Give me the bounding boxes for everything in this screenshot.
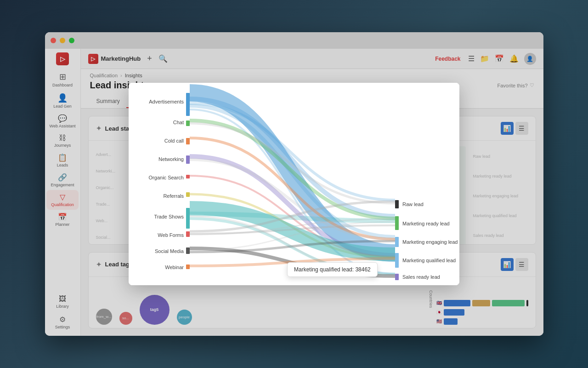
svg-text:Cold call: Cold call xyxy=(164,138,184,144)
svg-rect-22 xyxy=(395,216,399,230)
svg-rect-14 xyxy=(186,155,190,164)
tooltip-text: Marketing qualified lead: 38462 xyxy=(294,266,371,273)
svg-rect-15 xyxy=(186,175,190,178)
svg-text:Sales ready lead: Sales ready lead xyxy=(402,274,440,280)
svg-text:Marketing qualified lead: Marketing qualified lead xyxy=(402,258,456,263)
svg-text:Web Forms: Web Forms xyxy=(158,232,184,238)
svg-text:Referrals: Referrals xyxy=(163,193,184,199)
svg-rect-12 xyxy=(186,121,190,126)
modal-overlay[interactable]: Advertisements Chat Cold call Networking… xyxy=(45,32,543,336)
svg-rect-11 xyxy=(186,93,190,116)
svg-text:Social Media: Social Media xyxy=(155,248,184,254)
sankey-tooltip: Marketing qualified lead: 38462 xyxy=(287,262,378,277)
svg-rect-13 xyxy=(186,138,190,144)
sankey-svg: Advertisements Chat Cold call Networking… xyxy=(129,83,459,285)
svg-text:Chat: Chat xyxy=(173,120,184,125)
svg-rect-16 xyxy=(186,192,190,197)
svg-text:Organic Search: Organic Search xyxy=(149,175,184,180)
svg-text:Advertisements: Advertisements xyxy=(149,99,184,104)
svg-text:Webinar: Webinar xyxy=(165,264,184,270)
svg-text:Trade Shows: Trade Shows xyxy=(154,214,184,219)
svg-rect-23 xyxy=(395,237,399,247)
browser-window: ▷ ⊞ Dashboard 👤 Lead Gen 💬 Web Assistant… xyxy=(45,32,543,336)
svg-rect-19 xyxy=(186,247,190,254)
svg-rect-21 xyxy=(395,200,399,208)
svg-text:Marketing ready lead: Marketing ready lead xyxy=(402,221,450,226)
svg-rect-18 xyxy=(186,231,190,237)
svg-rect-25 xyxy=(395,274,399,280)
svg-rect-20 xyxy=(186,264,190,269)
svg-rect-17 xyxy=(186,208,190,229)
svg-text:Networking: Networking xyxy=(158,156,184,162)
svg-text:Raw lead: Raw lead xyxy=(402,201,424,207)
svg-rect-24 xyxy=(395,253,399,268)
sankey-modal: Advertisements Chat Cold call Networking… xyxy=(129,83,459,285)
svg-text:Marketing engaging lead: Marketing engaging lead xyxy=(402,239,458,245)
